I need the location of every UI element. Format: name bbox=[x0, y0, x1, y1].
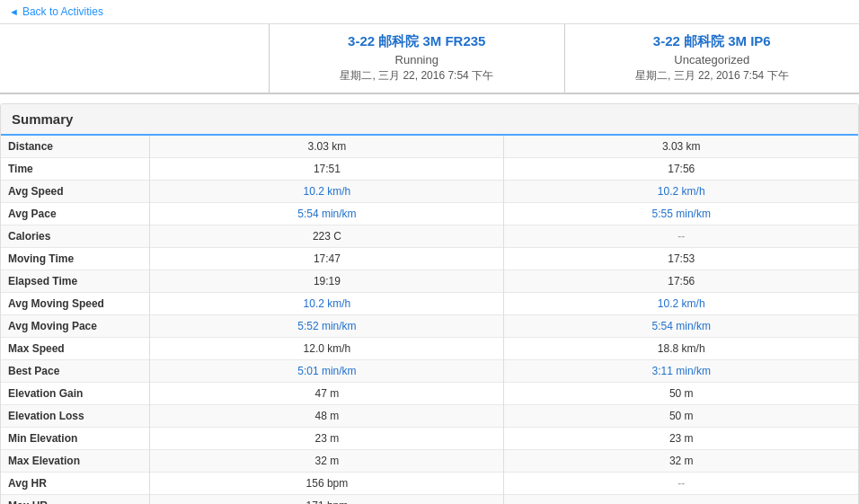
stat-value-1: 5:52 min/km bbox=[150, 315, 504, 338]
back-to-activities-link[interactable]: ◄ Back to Activities bbox=[9, 5, 103, 18]
stat-value-2: 17:53 bbox=[504, 248, 858, 270]
stat-value-1: 17:47 bbox=[150, 248, 504, 270]
stat-value-2: 17:56 bbox=[504, 270, 858, 293]
stat-value-1: 32 m bbox=[150, 450, 504, 473]
stat-label: Calories bbox=[1, 225, 150, 248]
stats-table: Distance3.03 km3.03 kmTime17:5117:56Avg … bbox=[1, 136, 858, 504]
table-row: Max Speed12.0 km/h18.8 km/h bbox=[1, 338, 858, 360]
stat-value-2: 32 m bbox=[504, 450, 858, 473]
stat-value-2: 5:55 min/km bbox=[504, 203, 858, 225]
stat-label: Max Elevation bbox=[1, 450, 150, 473]
stat-value-2: 5:54 min/km bbox=[504, 315, 858, 338]
table-row: Distance3.03 km3.03 km bbox=[1, 136, 858, 158]
table-row: Calories223 C-- bbox=[1, 225, 858, 248]
stat-label: Distance bbox=[1, 136, 150, 158]
stat-label: Avg Pace bbox=[1, 203, 150, 225]
table-row: Elapsed Time19:1917:56 bbox=[1, 270, 858, 293]
back-label: Back to Activities bbox=[22, 5, 103, 18]
stat-label: Avg Speed bbox=[1, 181, 150, 203]
back-arrow-icon: ◄ bbox=[9, 6, 19, 17]
stat-value-1: 3.03 km bbox=[150, 136, 504, 158]
stat-value-1: 17:51 bbox=[150, 158, 504, 181]
stat-label: Avg HR bbox=[1, 473, 150, 495]
summary-header: Summary bbox=[1, 104, 858, 136]
stat-label: Max Speed bbox=[1, 338, 150, 360]
stat-value-2: -- bbox=[504, 495, 858, 505]
stat-value-2: -- bbox=[504, 473, 858, 495]
stat-value-1: 48 m bbox=[150, 405, 504, 428]
stat-value-2: 23 m bbox=[504, 428, 858, 450]
table-row: Max Elevation32 m32 m bbox=[1, 450, 858, 473]
stat-value-1: 19:19 bbox=[150, 270, 504, 293]
activity-col-1: 3-22 邮科院 3M FR235 Running 星期二, 三月 22, 20… bbox=[270, 24, 565, 93]
table-row: Moving Time17:4717:53 bbox=[1, 248, 858, 270]
activity-2-date: 星期二, 三月 22, 2016 7:54 下午 bbox=[572, 68, 853, 84]
stat-label: Elevation Loss bbox=[1, 405, 150, 428]
stat-label: Min Elevation bbox=[1, 428, 150, 450]
activity-col-2: 3-22 邮科院 3M IP6 Uncategorized 星期二, 三月 22… bbox=[565, 24, 860, 93]
stat-label: Elapsed Time bbox=[1, 270, 150, 293]
stat-value-2: 10.2 km/h bbox=[504, 181, 858, 203]
activity-1-title: 3-22 邮科院 3M FR235 bbox=[277, 33, 557, 50]
stat-value-1: 47 m bbox=[150, 383, 504, 405]
table-row: Avg Pace5:54 min/km5:55 min/km bbox=[1, 203, 858, 225]
stat-label: Moving Time bbox=[1, 248, 150, 270]
stat-value-2: 3.03 km bbox=[504, 136, 858, 158]
stat-label: Best Pace bbox=[1, 360, 150, 383]
stat-value-1: 156 bpm bbox=[150, 473, 504, 495]
table-row: Elevation Gain47 m50 m bbox=[1, 383, 858, 405]
stat-value-1: 12.0 km/h bbox=[150, 338, 504, 360]
stat-value-2: 50 m bbox=[504, 383, 858, 405]
header-comparison-row: 3-22 邮科院 3M FR235 Running 星期二, 三月 22, 20… bbox=[0, 24, 859, 94]
stat-value-2: 18.8 km/h bbox=[504, 338, 858, 360]
stat-value-1: 23 m bbox=[150, 428, 504, 450]
stat-value-2: 50 m bbox=[504, 405, 858, 428]
table-row: Avg Moving Pace5:52 min/km5:54 min/km bbox=[1, 315, 858, 338]
table-row: Time17:5117:56 bbox=[1, 158, 858, 181]
header-label-spacer bbox=[0, 24, 270, 93]
top-nav: ◄ Back to Activities bbox=[0, 0, 859, 24]
table-row: Min Elevation23 m23 m bbox=[1, 428, 858, 450]
stat-value-1: 10.2 km/h bbox=[150, 181, 504, 203]
activity-1-date: 星期二, 三月 22, 2016 7:54 下午 bbox=[277, 68, 557, 84]
stat-value-2: 17:56 bbox=[504, 158, 858, 181]
stat-value-1: 223 C bbox=[150, 225, 504, 248]
stat-label: Avg Moving Pace bbox=[1, 315, 150, 338]
stat-value-1: 171 bpm bbox=[150, 495, 504, 505]
stat-value-2: 3:11 min/km bbox=[504, 360, 858, 383]
activity-2-type: Uncategorized bbox=[572, 53, 853, 66]
stat-label: Time bbox=[1, 158, 150, 181]
stat-value-1: 5:54 min/km bbox=[150, 203, 504, 225]
stat-value-2: 10.2 km/h bbox=[504, 293, 858, 315]
table-row: Avg Moving Speed10.2 km/h10.2 km/h bbox=[1, 293, 858, 315]
stat-value-2: -- bbox=[504, 225, 858, 248]
table-row: Avg HR156 bpm-- bbox=[1, 473, 858, 495]
stat-label: Max HR bbox=[1, 495, 150, 505]
table-row: Best Pace5:01 min/km3:11 min/km bbox=[1, 360, 858, 383]
stat-label: Avg Moving Speed bbox=[1, 293, 150, 315]
summary-section: Summary Distance3.03 km3.03 kmTime17:511… bbox=[0, 103, 859, 504]
activity-1-type: Running bbox=[277, 53, 557, 66]
stat-value-1: 10.2 km/h bbox=[150, 293, 504, 315]
table-row: Elevation Loss48 m50 m bbox=[1, 405, 858, 428]
stat-value-1: 5:01 min/km bbox=[150, 360, 504, 383]
table-row: Max HR171 bpm-- bbox=[1, 495, 858, 505]
table-row: Avg Speed10.2 km/h10.2 km/h bbox=[1, 181, 858, 203]
activity-2-title: 3-22 邮科院 3M IP6 bbox=[572, 33, 853, 50]
stat-label: Elevation Gain bbox=[1, 383, 150, 405]
